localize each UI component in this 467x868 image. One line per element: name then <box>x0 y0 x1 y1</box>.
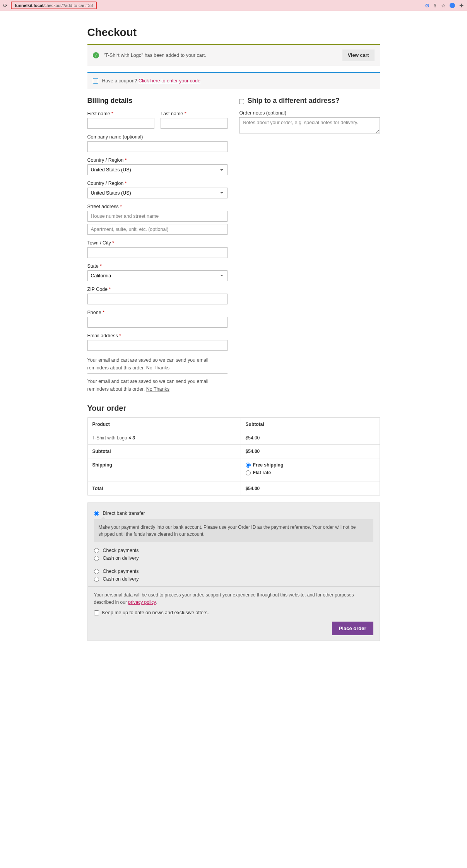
divider <box>88 586 380 587</box>
refresh-icon[interactable]: ⟳ <box>3 2 8 9</box>
ship-flat-option[interactable]: Flat rate <box>246 470 375 475</box>
country-label: Country / Region * <box>87 157 228 163</box>
total-label: Total <box>87 482 241 496</box>
share-icon[interactable]: ⇪ <box>433 3 437 9</box>
zip-label: ZIP Code * <box>87 287 228 292</box>
ship-free-radio[interactable] <box>246 463 251 468</box>
street-label: Street address * <box>87 204 228 209</box>
col-product: Product <box>87 418 241 431</box>
cart-notice: ✓ "T-Shirt with Logo" has been added to … <box>87 45 380 66</box>
coupon-prompt-text: Have a coupon? <box>102 78 137 84</box>
extensions-icon[interactable]: ✦ <box>459 2 464 9</box>
pay-check-option[interactable]: Check payments <box>94 548 373 553</box>
street-address-1-input[interactable] <box>87 211 228 222</box>
state-label: State * <box>87 263 228 269</box>
your-order-title: Your order <box>87 404 380 413</box>
newsletter-label: Keep me up to date on news and exclusive… <box>102 610 209 615</box>
country-select[interactable]: United States (US) <box>87 164 228 175</box>
col-subtotal: Subtotal <box>241 418 380 431</box>
order-notes-textarea[interactable] <box>239 117 380 133</box>
billing-column: Billing details First name * Last name *… <box>87 97 228 395</box>
google-icon[interactable]: G <box>425 3 429 9</box>
reminder-text-1: Your email and cart are saved so we can … <box>87 356 228 374</box>
table-row: Shipping Free shipping Flat rate <box>87 458 380 482</box>
url-bar[interactable]: funnelkit.local/checkout/?add-to-cart=38 <box>11 2 97 9</box>
street-address-2-input[interactable] <box>87 224 228 235</box>
country-select-2[interactable]: United States (US) <box>87 188 228 198</box>
town-label: Town / City * <box>87 240 228 246</box>
pay-bank-label: Direct bank transfer <box>103 511 145 516</box>
country-label-2: Country / Region * <box>87 181 228 186</box>
ship-flat-radio[interactable] <box>246 470 251 475</box>
url-path: /checkout/?add-to-cart=38 <box>43 3 93 8</box>
coupon-icon <box>93 78 98 84</box>
page-content: Checkout ✓ "T-Shirt with Logo" has been … <box>83 11 385 649</box>
pay-cod-label: Cash on delivery <box>103 555 139 561</box>
shipping-label: Shipping <box>87 458 241 482</box>
last-name-input[interactable] <box>161 118 228 129</box>
pay-check-radio[interactable] <box>94 548 99 553</box>
page-title: Checkout <box>87 26 380 39</box>
company-label: Company name (optional) <box>87 134 228 140</box>
pay-cod-option[interactable]: Cash on delivery <box>94 555 373 561</box>
table-row: Total $54.00 <box>87 482 380 496</box>
total-value: $54.00 <box>246 486 260 491</box>
company-input[interactable] <box>87 141 228 152</box>
order-table: Product Subtotal T-Shirt with Logo × 3 $… <box>87 417 380 496</box>
pay-bank-option[interactable]: Direct bank transfer <box>94 511 373 516</box>
email-label: Email address * <box>87 333 228 338</box>
shipping-column: Ship to a different address? Order notes… <box>239 97 380 395</box>
phone-label: Phone * <box>87 310 228 315</box>
newsletter-checkbox[interactable] <box>94 610 99 615</box>
privacy-policy-link[interactable]: privacy policy <box>128 600 156 605</box>
notice-message: "T-Shirt with Logo" has been added to yo… <box>104 53 342 58</box>
ship-free-option[interactable]: Free shipping <box>246 462 375 468</box>
phone-input[interactable] <box>87 317 228 328</box>
pay-check-option-2[interactable]: Check payments <box>94 569 373 574</box>
newsletter-row: Keep me up to date on news and exclusive… <box>94 610 373 615</box>
url-host: funnelkit.local <box>15 3 43 8</box>
coupon-link[interactable]: Click here to enter your code <box>139 78 200 84</box>
browser-bar: ⟳ funnelkit.local/checkout/?add-to-cart=… <box>0 0 467 11</box>
order-notes-label: Order notes (optional) <box>239 110 380 116</box>
zip-input[interactable] <box>87 294 228 304</box>
subtotal-value: $54.00 <box>246 449 260 454</box>
pay-check-label: Check payments <box>103 548 139 553</box>
first-name-input[interactable] <box>87 118 154 129</box>
ship-different-checkbox[interactable] <box>239 99 244 104</box>
pay-cod-label-2: Cash on delivery <box>103 576 139 582</box>
town-input[interactable] <box>87 247 228 258</box>
no-thanks-link-1[interactable]: No Thanks <box>146 365 169 371</box>
pay-bank-desc: Make your payment directly into our bank… <box>94 519 373 542</box>
star-icon[interactable]: ☆ <box>441 3 446 9</box>
item-subtotal: $54.00 <box>241 431 380 445</box>
view-cart-button[interactable]: View cart <box>342 50 375 61</box>
item-name: T-Shirt with Logo <box>92 435 128 441</box>
check-icon: ✓ <box>93 52 99 58</box>
pay-check-radio-2[interactable] <box>94 569 99 574</box>
ship-different-title: Ship to a different address? <box>247 97 339 105</box>
place-order-button[interactable]: Place order <box>332 622 373 635</box>
first-name-label: First name * <box>87 111 154 116</box>
item-qty: × 3 <box>128 435 135 441</box>
table-row: T-Shirt with Logo × 3 $54.00 <box>87 431 380 445</box>
pay-bank-radio[interactable] <box>94 511 99 516</box>
checkout-columns: Billing details First name * Last name *… <box>87 97 380 395</box>
subtotal-label: Subtotal <box>87 445 241 458</box>
coupon-bar: Have a coupon? Click here to enter your … <box>87 72 380 89</box>
pay-cod-radio[interactable] <box>94 556 99 561</box>
state-select[interactable]: California <box>87 270 228 281</box>
last-name-label: Last name * <box>161 111 228 116</box>
billing-title: Billing details <box>87 97 228 105</box>
no-thanks-link-2[interactable]: No Thanks <box>146 386 169 392</box>
browser-icons: G ⇪ ☆ ✦ <box>425 2 464 9</box>
pay-check-label-2: Check payments <box>103 569 139 574</box>
pay-cod-radio-2[interactable] <box>94 577 99 582</box>
ship-different-row: Ship to a different address? <box>239 97 380 105</box>
url-container: funnelkit.local/checkout/?add-to-cart=38 <box>11 2 422 9</box>
email-input[interactable] <box>87 340 228 351</box>
reminder-text-2: Your email and cart are saved so we can … <box>87 378 228 395</box>
pay-cod-option-2[interactable]: Cash on delivery <box>94 576 373 582</box>
profile-icon[interactable] <box>450 3 455 8</box>
payment-box: Direct bank transfer Make your payment d… <box>87 502 380 641</box>
